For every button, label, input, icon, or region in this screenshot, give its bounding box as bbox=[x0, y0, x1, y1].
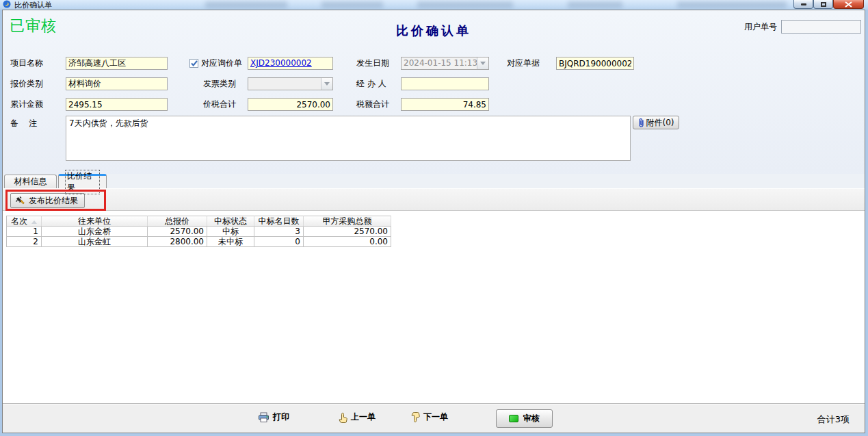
cell-purchase-total: 0.00 bbox=[304, 237, 391, 247]
table-header-row: 名次 往来单位 总报价 中标状态 中标名目数 甲方采购总额 bbox=[6, 216, 391, 227]
glass-blur-decor bbox=[205, 1, 287, 8]
cell-rank: 2 bbox=[6, 237, 42, 247]
invoice-type-value bbox=[248, 78, 321, 90]
print-button[interactable]: 打印 bbox=[258, 411, 289, 423]
col-header-purchase-total[interactable]: 甲方采购总额 bbox=[304, 216, 391, 227]
previous-record-button[interactable]: 上一单 bbox=[339, 411, 376, 423]
date-combo: 2024-01-15 11:13:09 bbox=[401, 57, 489, 70]
paperclip-icon bbox=[638, 118, 644, 127]
close-icon bbox=[845, 1, 852, 8]
maximize-icon bbox=[821, 2, 826, 7]
doc-label: 对应单据 bbox=[507, 57, 540, 70]
app-icon bbox=[3, 0, 11, 10]
cell-bid-item-count: 0 bbox=[254, 237, 304, 247]
form-panel: 已审核 比价确认单 用户单号 项目名称 对应询价单 XJD230000002 发… bbox=[3, 10, 865, 175]
maximize-button[interactable] bbox=[813, 0, 833, 9]
col-header-bid-status[interactable]: 中标状态 bbox=[207, 216, 254, 227]
chevron-down-icon bbox=[480, 62, 486, 65]
result-table: 名次 往来单位 总报价 中标状态 中标名目数 甲方采购总额 1 山东金桥 257… bbox=[6, 216, 391, 247]
cell-rank: 1 bbox=[6, 227, 42, 237]
tab-price-comparison-result[interactable]: 比价结果 bbox=[58, 174, 107, 188]
footer-toolbar: 打印 上一单 下一单 审核 合计3项 bbox=[3, 403, 865, 433]
window-body: 已审核 比价确认单 用户单号 项目名称 对应询价单 XJD230000002 发… bbox=[2, 10, 865, 433]
cell-purchase-total: 2570.00 bbox=[304, 227, 391, 237]
user-no-input[interactable] bbox=[781, 20, 861, 34]
tab-material-info[interactable]: 材料信息 bbox=[4, 175, 57, 188]
project-name-label: 项目名称 bbox=[10, 57, 43, 70]
tax-total-label: 税额合计 bbox=[356, 98, 389, 111]
user-no-label: 用户单号 bbox=[744, 21, 777, 33]
audit-green-icon bbox=[509, 415, 518, 422]
publish-tool-icon bbox=[15, 196, 25, 206]
handler-input[interactable] bbox=[401, 77, 489, 90]
hand-down-icon bbox=[411, 412, 420, 423]
remark-textarea[interactable]: 7天内供货，先款后货 bbox=[66, 116, 631, 161]
cell-total-quote: 2800.00 bbox=[148, 237, 207, 247]
next-label: 下一单 bbox=[423, 411, 448, 423]
cell-vendor: 山东金桥 bbox=[42, 227, 148, 237]
glass-blur-decor bbox=[568, 1, 622, 8]
printer-icon bbox=[258, 412, 269, 423]
publish-result-button[interactable]: 发布比价结果 bbox=[10, 193, 85, 208]
remark-label: 备 注 bbox=[10, 117, 37, 130]
date-value: 2024-01-15 11:13:09 bbox=[402, 57, 477, 69]
title-bar: 比价确认单 bbox=[0, 0, 868, 10]
col-header-total-quote[interactable]: 总报价 bbox=[148, 216, 207, 227]
tab-label: 材料信息 bbox=[14, 176, 47, 188]
inquiry-field[interactable]: XJD230000002 bbox=[248, 57, 333, 70]
hand-up-icon bbox=[339, 412, 347, 423]
audit-label: 审核 bbox=[523, 413, 540, 424]
total-with-tax-label: 价税合计 bbox=[203, 98, 236, 111]
attachment-label: 附件(0) bbox=[646, 117, 674, 129]
invoice-type-label: 发票类别 bbox=[203, 77, 236, 90]
table-row[interactable]: 2 山东金虹 2800.00 未中标 0 0.00 bbox=[6, 237, 391, 247]
cell-vendor: 山东金虹 bbox=[42, 237, 148, 247]
cell-total-quote: 2570.00 bbox=[148, 227, 207, 237]
minimize-button[interactable] bbox=[793, 0, 813, 9]
close-button[interactable] bbox=[833, 0, 864, 9]
invoice-dropdown-arrow[interactable] bbox=[321, 78, 332, 90]
col-header-vendor[interactable]: 往来单位 bbox=[42, 216, 148, 227]
cell-bid-status: 中标 bbox=[207, 227, 254, 237]
quote-type-input[interactable] bbox=[66, 77, 168, 90]
window-title: 比价确认单 bbox=[14, 0, 52, 10]
attachment-button[interactable]: 附件(0) bbox=[633, 116, 679, 129]
invoice-type-combo[interactable] bbox=[248, 77, 333, 90]
glass-blur-decor bbox=[677, 1, 787, 8]
record-total-count: 合计3项 bbox=[817, 413, 850, 426]
sort-asc-icon bbox=[31, 220, 37, 224]
inquiry-label: 对应询价单 bbox=[201, 57, 242, 70]
glass-blur-decor bbox=[321, 1, 383, 8]
minimize-icon bbox=[801, 3, 806, 5]
cell-bid-status: 未中标 bbox=[207, 237, 254, 247]
inquiry-checkbox[interactable] bbox=[189, 59, 198, 68]
status-badge: 已审核 bbox=[10, 16, 57, 36]
date-dropdown-arrow bbox=[477, 57, 488, 69]
table-row[interactable]: 1 山东金桥 2570.00 中标 3 2570.00 bbox=[6, 227, 391, 237]
date-label: 发生日期 bbox=[356, 57, 389, 70]
handler-label: 经 办 人 bbox=[356, 77, 386, 90]
glass-blur-decor bbox=[417, 1, 513, 8]
project-name-input[interactable] bbox=[66, 57, 168, 70]
amount-input[interactable] bbox=[66, 98, 168, 111]
print-label: 打印 bbox=[273, 411, 289, 423]
doc-input[interactable] bbox=[556, 57, 634, 70]
inquiry-link[interactable]: XJD230000002 bbox=[250, 58, 312, 68]
cell-bid-item-count: 3 bbox=[254, 227, 304, 237]
col-header-rank[interactable]: 名次 bbox=[6, 216, 42, 227]
total-with-tax-input[interactable] bbox=[248, 98, 333, 111]
app-window: 比价确认单 已审核 比价确认单 用户单号 项目名称 对应询价单 bbox=[0, 0, 868, 436]
tab-label: 比价结果 bbox=[66, 170, 99, 194]
audit-button[interactable]: 审核 bbox=[496, 409, 553, 428]
result-toolbar: 发布比价结果 bbox=[3, 188, 865, 211]
tab-strip: 材料信息 比价结果 bbox=[3, 174, 865, 188]
publish-result-label: 发布比价结果 bbox=[29, 195, 78, 207]
tax-total-input[interactable] bbox=[401, 98, 489, 111]
amount-label: 累计金额 bbox=[10, 98, 43, 111]
chevron-down-icon bbox=[324, 82, 330, 86]
previous-label: 上一单 bbox=[351, 411, 376, 423]
col-header-bid-item-count[interactable]: 中标名目数 bbox=[254, 216, 304, 227]
page-title: 比价确认单 bbox=[208, 23, 659, 39]
quote-type-label: 报价类别 bbox=[10, 77, 43, 90]
next-record-button[interactable]: 下一单 bbox=[411, 411, 448, 423]
